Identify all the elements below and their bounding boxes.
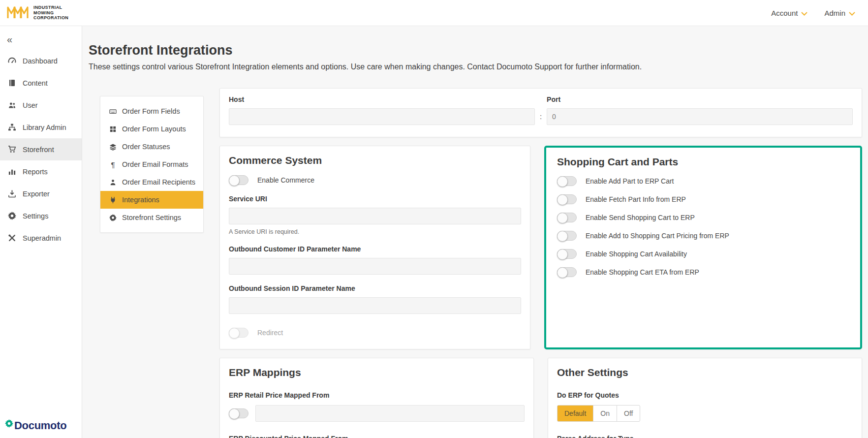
subnav-item-order-email-formats[interactable]: ¶ Order Email Formats [100,156,203,173]
documoto-gear-icon [5,419,13,428]
toggle-row: Enable Send Shopping Cart to ERP [557,213,849,222]
reports-icon [8,167,16,176]
do-erp-quotes-off-button[interactable]: Off [617,405,640,422]
dashboard-icon [8,57,16,65]
enable-cart-pricing-from-erp-toggle[interactable] [557,231,577,241]
toggle-label: Enable Shopping Cart ETA from ERP [586,268,699,276]
subnav-item-storefront-settings[interactable]: Storefront Settings [100,209,203,226]
toggle-label: Enable Add to Shopping Cart Pricing from… [586,232,729,240]
do-erp-quotes-default-button[interactable]: Default [557,405,593,422]
toggle-label: Enable Add Part to ERP Cart [586,177,674,185]
service-uri-label: Service URI [229,195,521,203]
toggle-label: Enable Fetch Part Info from ERP [586,195,686,203]
outbound-customer-id-input[interactable] [229,258,521,275]
topbar: INDUSTRIAL MOWING CORPORATION Account Ad… [0,0,868,26]
host-input[interactable] [229,108,535,125]
port-label: Port [547,95,853,103]
sidebar-item-settings[interactable]: Settings [0,205,82,227]
erp-mappings-card: ERP Mappings ERP Retail Price Mapped Fro… [219,358,534,438]
toggle-row: Enable Add Part to ERP Cart [557,176,849,186]
subnav-item-label: Storefront Settings [122,214,181,221]
service-uri-input[interactable] [229,208,521,224]
commerce-system-card: Commerce System Enable Commerce Service … [219,146,530,349]
main-content: Storefront Integrations These settings c… [82,26,868,438]
other-settings-card: Other Settings Do ERP for Quotes Default… [548,358,862,438]
outbound-customer-id-label: Outbound Customer ID Parameter Name [229,245,521,253]
port-input[interactable] [547,108,853,125]
pilcrow-icon: ¶ [109,161,117,168]
sidebar-item-reports[interactable]: Reports [0,160,82,183]
subnav-card: Order Form Fields Order Form Layouts Ord… [100,96,204,233]
brand-line: INDUSTRIAL [33,5,68,10]
account-menu[interactable]: Account [771,9,807,17]
sidebar-item-content[interactable]: Content [0,72,82,94]
sidebar-item-superadmin[interactable]: Superadmin [0,227,82,249]
enable-commerce-toggle[interactable] [229,175,248,185]
company-logo: INDUSTRIAL MOWING CORPORATION [7,4,68,21]
host-port-separator: : [540,112,542,125]
subnav-item-order-statuses[interactable]: Order Statuses [100,138,203,156]
shopping-cart-parts-card: Shopping Cart and Parts Enable Add Part … [544,146,862,349]
sidebar-item-label: Storefront [23,146,54,154]
exporter-icon [8,189,16,198]
enable-commerce-label: Enable Commerce [257,176,314,184]
sidebar-item-library-admin[interactable]: Library Admin [0,116,82,138]
host-port-card: Host : Port [219,88,862,137]
brand-line: CORPORATION [33,15,68,21]
sidebar-item-exporter[interactable]: Exporter [0,183,82,205]
do-erp-for-quotes-group: Default On Off [557,405,640,422]
enable-cart-eta-from-erp-toggle[interactable] [557,267,577,277]
commerce-system-title: Commerce System [229,155,521,166]
sidebar-item-label: Superadmin [23,234,61,242]
erp-retail-price-input[interactable] [255,405,525,422]
enable-add-part-to-erp-cart-toggle[interactable] [557,176,577,186]
shopping-cart-parts-title: Shopping Cart and Parts [557,156,849,168]
outbound-session-id-input[interactable] [229,297,521,314]
subnav-item-integrations[interactable]: Integrations [100,191,203,209]
sidebar-item-label: Library Admin [23,124,66,131]
superadmin-tools-icon [8,234,16,242]
sidebar-item-label: Dashboard [23,57,58,65]
redirect-toggle[interactable] [229,328,248,338]
subnav-item-label: Order Email Recipients [122,178,195,186]
enable-fetch-part-info-from-erp-toggle[interactable] [557,194,577,204]
subnav-item-order-email-recipients[interactable]: Order Email Recipients [100,173,203,191]
subnav-item-label: Order Statuses [122,143,170,151]
industrial-mowing-logo-icon [7,4,30,21]
brand-line: MOWING [33,10,68,16]
enable-send-shopping-cart-to-erp-toggle[interactable] [557,213,577,222]
sidebar-item-label: Reports [23,168,48,176]
enable-cart-availability-toggle[interactable] [557,249,577,259]
toggle-row: Enable Shopping Cart ETA from ERP [557,267,849,277]
redirect-row: Redirect [229,328,521,338]
erp-discounted-price-label: ERP Discounted Price Mapped From [229,435,525,438]
collapse-sidebar-button[interactable]: « [0,29,82,50]
app-body: « Dashboard Content User Library Admin [0,26,868,438]
admin-menu-label: Admin [824,9,845,17]
users-icon [8,101,16,109]
enable-commerce-row: Enable Commerce [229,175,521,185]
sidebar-item-user[interactable]: User [0,94,82,116]
layout-grid-icon [109,125,117,133]
subnav-item-label: Order Form Fields [122,107,180,115]
sidebar-item-dashboard[interactable]: Dashboard [0,50,82,72]
keyboard-icon [109,108,117,115]
page-subtitle: These settings control various Storefron… [89,63,862,71]
admin-menu[interactable]: Admin [824,9,855,17]
subnav-item-order-form-layouts[interactable]: Order Form Layouts [100,120,203,138]
person-icon [109,179,117,186]
outbound-session-id-label: Outbound Session ID Parameter Name [229,284,521,292]
plug-icon [109,196,117,204]
other-settings-title: Other Settings [557,367,853,378]
service-uri-help: A Service URI is required. [229,228,521,235]
do-erp-for-quotes-label: Do ERP for Quotes [557,391,853,399]
settings-gear-icon [8,212,16,220]
content-icon [8,79,16,87]
subnav-item-order-form-fields[interactable]: Order Form Fields [100,102,203,120]
erp-retail-price-toggle[interactable] [229,408,248,418]
sidebar: « Dashboard Content User Library Admin [0,26,82,438]
erp-retail-price-row [229,405,525,422]
sidebar-item-storefront[interactable]: Storefront [0,138,82,160]
brand-name: INDUSTRIAL MOWING CORPORATION [33,5,68,21]
do-erp-quotes-on-button[interactable]: On [593,405,617,422]
